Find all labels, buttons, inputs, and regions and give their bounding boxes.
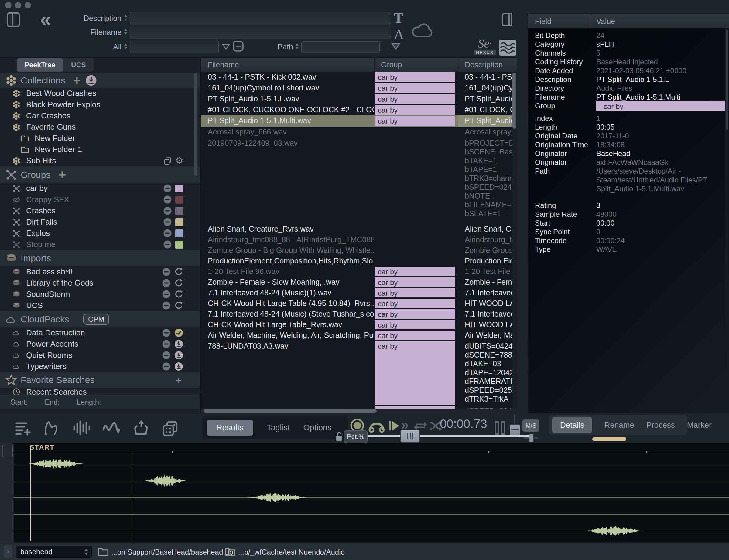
refresh-button[interactable] [174,301,183,310]
details-row[interactable]: TypeWAVE [528,245,729,254]
group-tag[interactable]: car by [375,406,455,409]
cell-filename[interactable]: CH-CK Wood Hit Large Table (4.95-10.84)_… [201,298,374,309]
cell-group[interactable]: car by [374,319,458,330]
minus-button[interactable] [163,206,172,216]
results-vertical-scroll-thumb[interactable] [513,73,516,129]
result-row[interactable]: 20190709-122409_03.wavbPROJECT=Baseheadb… [201,137,517,224]
all-search-input[interactable] [130,41,219,53]
cell-filename[interactable]: 7.1 Interleaved 48-24 (Music) (Steve Tus… [201,309,374,319]
pause-bars-icon[interactable] [494,421,506,435]
result-row[interactable]: Aerosal spray_666.wavAerosal spray_666 [201,127,517,137]
pitch-slider-track[interactable] [368,435,532,437]
sidebar-item-explos[interactable]: Explos [0,228,200,239]
cell-description[interactable]: Zombie Group [458,245,512,256]
waveform-display[interactable]: START [0,443,729,543]
panel-tab-details[interactable]: Details [552,417,592,433]
minus-button[interactable] [163,184,172,193]
gear-button[interactable]: ⚙ [175,156,183,166]
details-row[interactable]: Path/Users/steve/Desktop/Air - Steam/tes… [528,167,729,193]
volume-fader-handle[interactable] [510,424,520,435]
minus-button[interactable] [163,229,172,238]
details-header[interactable]: Field Value [528,14,729,28]
font-style-icon[interactable]: A [394,26,404,43]
minus-button[interactable] [162,290,171,299]
result-row[interactable]: 1-20 Test File 96.wavcar by1-20 Test Fil… [201,266,517,277]
group-tag[interactable]: car by [375,288,455,297]
details-row[interactable]: Bit Depth24 [528,31,729,40]
results-horizontal-scroll-thumb[interactable] [203,409,377,413]
details-row[interactable]: Coding HistoryBaseHead Injected [528,57,729,66]
result-row[interactable]: 03 - 44-1 - PSTK - Kick 002.wavcar by03 … [201,72,517,83]
section-header-imports[interactable]: Imports [0,250,200,266]
section-header-groups[interactable]: Groups+ [0,166,200,183]
mid-side-button[interactable]: M/S [523,419,540,432]
cell-filename[interactable]: CH-CK Wood Hit Large Table_Rvrs.wav [201,319,374,330]
cpm-button[interactable]: CPM [83,314,109,325]
group-tag[interactable]: car by [375,94,455,104]
copy-button[interactable] [163,156,172,165]
filename-sort-arrows-icon[interactable] [124,29,128,35]
details-row[interactable]: Groupcar by [528,101,729,114]
group-tag[interactable]: car by [375,320,455,329]
result-row[interactable]: PT Split_Audio 1-5.1.Multi.wavcar byPT S… [201,115,517,127]
group-color-swatch[interactable] [175,196,183,204]
group-color-swatch[interactable] [175,218,183,226]
sync-marker-line[interactable] [131,453,132,543]
cell-group[interactable] [374,224,458,234]
add-favorite-search-button[interactable]: + [175,374,182,386]
cell-filename[interactable]: 788-LUNDAT03.A3.wav [201,341,374,406]
results-table-header[interactable]: Filename Group Description [201,58,517,72]
sidebar-item-quiet-rooms[interactable]: Quiet Rooms [0,350,200,361]
minus-button[interactable] [163,195,172,204]
cell-description[interactable]: PT Split_Audio 1-5.1.L [458,93,512,104]
all-sort-arrows-icon[interactable] [124,43,128,50]
group-tag[interactable]: car by [375,309,455,319]
cell-description[interactable]: HIT WOOD LARGE [458,319,512,330]
result-row[interactable]: CH-CK Wood Hit Large Table_Rvrs.wavcar b… [201,319,517,330]
cache-folder-icon[interactable] [225,547,236,556]
cell-group[interactable] [374,234,458,245]
result-row[interactable]: 161_04(up)Cymbol roll short.wavcar by161… [201,83,517,93]
result-row[interactable]: 7.1 Interleaved 48-24 (Music)(1).wavcar … [201,287,517,298]
nexus-logo[interactable]: Se• NEXUS [474,38,496,55]
cell-filename[interactable]: Zombie Group - Big Group With Wailing, W… [201,245,374,256]
refresh-button[interactable] [174,267,183,277]
cell-description[interactable]: Airindstpurg_tmc088 [458,234,512,245]
add-collections-button[interactable]: + [73,76,81,85]
download-sm-button[interactable] [174,351,183,360]
cell-filename[interactable]: Airindstpurg_tmc088_88 - AIRIndstPurg_TM… [201,234,374,245]
sidebar-item-typewriters[interactable]: Typewriters [0,361,200,372]
sidebar-item-library-of-the-gods[interactable]: Library of the Gods [0,277,200,289]
cell-description[interactable]: 161_04(up)Cymbol roll short [458,83,512,93]
section-header-favorites[interactable]: Favorite Searches+ [0,372,200,388]
view-tab-taglist[interactable]: Taglist [267,423,290,433]
cell-filename[interactable]: 03 - 44-1 - PSTK - Kick 002.wav [201,72,374,83]
result-row[interactable]: 7.1 Interleaved 48-24 (Music) (Steve Tus… [201,309,517,319]
description-sort-arrows-icon[interactable] [124,15,128,21]
group-tag[interactable]: car by [375,105,455,115]
sidebar-tab-ucs[interactable]: UCS [63,58,94,72]
minus-button[interactable] [162,278,171,288]
cell-description[interactable]: HIT WOOD LARGE [458,298,512,309]
db-folder-icon[interactable] [98,547,109,556]
cell-filename[interactable]: ProductionElement,Composition,Hits,Rhyth… [201,256,374,266]
cell-group[interactable]: car by [374,83,458,93]
sidebar-item-ucs[interactable]: UCS [0,300,200,311]
balance-handle[interactable] [529,434,534,442]
column-divider[interactable] [374,58,375,72]
cell-description[interactable]: #01 CLOCK, CUCKOO ONE [458,104,512,115]
cell-description[interactable]: bPROJECT=BaseheadbSCENE=BaseheadbTAKE=1b… [458,137,512,224]
text-tools-icon[interactable]: T [394,10,404,26]
description-search-input[interactable] [130,12,391,25]
cell-filename[interactable]: Air Welder, Machine, Welding, Air, Scrat… [201,330,374,341]
group-color-swatch[interactable] [175,207,183,215]
cell-group[interactable]: car by [374,341,458,406]
dice-randomize-icon[interactable] [162,420,179,436]
cell-description[interactable]: dUBITS=042412dSCENE=788-LUdTAKE=03dTAPE=… [458,341,512,406]
group-tag[interactable]: car by [375,116,455,126]
view-tab-options[interactable]: Options [303,423,332,433]
cell-filename[interactable]: PT Split_Audio 1-5.1.Multi.wav [201,115,374,127]
cell-filename[interactable]: 161_04(up)Cymbol roll short.wav [201,83,374,93]
cell-group[interactable]: car by [374,266,458,277]
window-controls[interactable] [5,2,34,10]
